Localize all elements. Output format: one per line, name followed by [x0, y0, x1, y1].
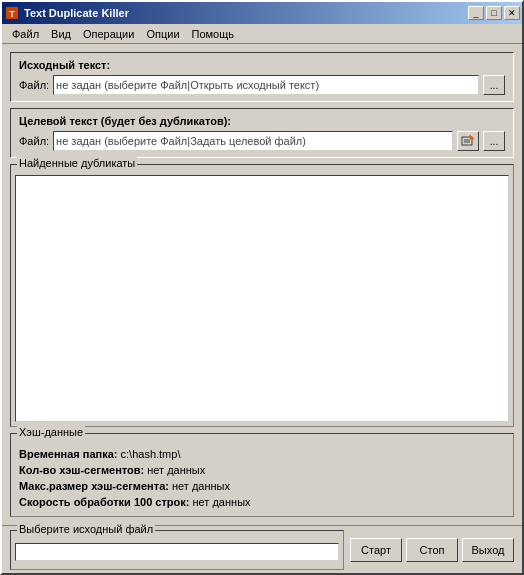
- hash-label-2: Макс.размер хэш-сегмента:: [19, 480, 169, 492]
- status-section: Выберите исходный файл: [10, 530, 344, 570]
- stop-button[interactable]: Стоп: [406, 538, 458, 562]
- source-file-input[interactable]: [53, 75, 479, 95]
- source-file-row: Файл: ...: [19, 75, 505, 95]
- svg-marker-5: [470, 135, 474, 139]
- duplicates-section-title: Найденные дубликаты: [17, 157, 137, 169]
- status-input[interactable]: [15, 543, 339, 561]
- hash-section-title: Хэш-данные: [17, 426, 85, 438]
- close-button[interactable]: ✕: [504, 6, 520, 20]
- hash-label-3: Скорость обработки 100 строк:: [19, 496, 189, 508]
- status-bar: Выберите исходный файл Старт Стоп Выход: [2, 525, 522, 573]
- app-icon: T: [4, 5, 20, 21]
- target-file-input[interactable]: [53, 131, 453, 151]
- target-file-row: Файл: ...: [19, 131, 505, 151]
- hash-row-1: Кол-во хэш-сегментов: нет данных: [19, 462, 505, 478]
- hash-row-3: Скорость обработки 100 строк: нет данных: [19, 494, 505, 510]
- source-file-label: Файл:: [19, 79, 49, 91]
- target-browse-button[interactable]: ...: [483, 131, 505, 151]
- titlebar-buttons: _ □ ✕: [468, 6, 520, 20]
- hash-section: Хэш-данные Временная папка: c:\hash.tmp\…: [10, 433, 514, 517]
- menu-item-operations[interactable]: Операции: [77, 26, 140, 42]
- minimize-button[interactable]: _: [468, 6, 484, 20]
- source-section: Исходный текст: Файл: ...: [10, 52, 514, 102]
- hash-value-2: нет данных: [172, 480, 230, 492]
- source-section-title: Исходный текст:: [19, 59, 505, 71]
- window-title: Text Duplicate Killer: [24, 7, 129, 19]
- start-button[interactable]: Старт: [350, 538, 402, 562]
- target-section-title: Целевой текст (будет без дубликатов):: [19, 115, 505, 127]
- hash-value-3: нет данных: [193, 496, 251, 508]
- hash-row-2: Макс.размер хэш-сегмента: нет данных: [19, 478, 505, 494]
- titlebar: T Text Duplicate Killer _ □ ✕: [2, 2, 522, 24]
- main-content: Исходный текст: Файл: ... Целевой текст …: [2, 44, 522, 525]
- hash-row-0: Временная папка: c:\hash.tmp\: [19, 446, 505, 462]
- main-window: T Text Duplicate Killer _ □ ✕ Файл Вид О…: [0, 0, 524, 575]
- duplicates-section: Найденные дубликаты: [10, 164, 514, 427]
- source-browse-button[interactable]: ...: [483, 75, 505, 95]
- menubar: Файл Вид Операции Опции Помощь: [2, 24, 522, 44]
- status-section-title: Выберите исходный файл: [17, 523, 155, 535]
- menu-item-file[interactable]: Файл: [6, 26, 45, 42]
- maximize-button[interactable]: □: [486, 6, 502, 20]
- menu-item-view[interactable]: Вид: [45, 26, 77, 42]
- svg-text:T: T: [9, 9, 15, 19]
- target-icon-button[interactable]: [457, 131, 479, 151]
- hash-value-0: c:\hash.tmp\: [121, 448, 181, 460]
- target-file-label: Файл:: [19, 135, 49, 147]
- exit-button[interactable]: Выход: [462, 538, 514, 562]
- target-section: Целевой текст (будет без дубликатов): Фа…: [10, 108, 514, 158]
- hash-value-1: нет данных: [147, 464, 205, 476]
- action-buttons: Старт Стоп Выход: [350, 530, 514, 570]
- menu-item-help[interactable]: Помощь: [186, 26, 241, 42]
- hash-label-1: Кол-во хэш-сегментов:: [19, 464, 144, 476]
- duplicates-text-area[interactable]: [15, 175, 509, 422]
- menu-item-options[interactable]: Опции: [140, 26, 185, 42]
- hash-label-0: Временная папка:: [19, 448, 117, 460]
- titlebar-left: T Text Duplicate Killer: [4, 5, 129, 21]
